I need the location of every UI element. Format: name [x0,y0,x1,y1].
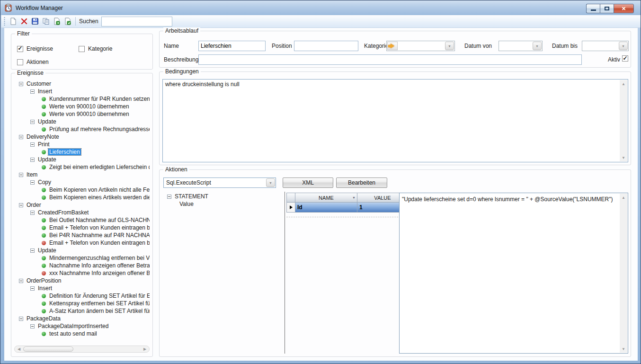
datum-bis-combo[interactable]: ▼ [582,41,629,51]
grid-header-name[interactable]: NAME ▼ [295,193,357,203]
action-type-dropdown-icon[interactable]: ▼ [266,178,275,187]
collapse-icon[interactable] [30,249,35,253]
collapse-icon[interactable] [30,324,35,328]
name-input[interactable] [198,41,266,51]
datum-von-combo[interactable]: ▼ [499,41,543,51]
tree-item-label[interactable]: Kundennummer für P4R Kunden setzen [48,96,150,102]
tree-item-label[interactable]: PackageDataImportInserted [37,323,109,329]
maximize-button[interactable] [600,4,614,13]
delete-button[interactable] [18,16,29,27]
tree-item[interactable]: Prüfung auf mehrere Rechnungsadressen [14,125,150,133]
tree-item[interactable]: OrderPosition [14,277,150,284]
tree-item[interactable]: Nachnahme Info anzeigen offener Betrag a… [14,262,150,269]
tree-item-label[interactable]: Bei P4R Nachnahme auf P4R NACHNAHME u [48,232,150,239]
tree-item-label[interactable]: Update [37,247,57,254]
scroll-up-icon[interactable]: ▲ [620,80,627,88]
tree-item-label[interactable]: Update [37,118,57,125]
tree-item[interactable]: Kettenspray entfernen bei SET Artikel fü… [14,300,150,307]
copy-button[interactable] [40,16,51,27]
tree-item-label[interactable]: xxx Nachnahme Info anzeigen offener Betr… [48,270,150,276]
collapse-icon[interactable] [167,195,171,199]
checkbox[interactable] [17,59,23,65]
tree-item-label[interactable]: Print [37,141,51,148]
tree-item[interactable]: Print [14,141,150,148]
export-button[interactable] [51,16,62,27]
tree-item[interactable]: PackageDataImportInserted [14,322,150,330]
tree-item-label[interactable]: Lieferschien [48,149,81,155]
scroll-down-icon[interactable]: ▼ [620,154,627,161]
tree-item-label[interactable]: Kettenspray entfernen bei SET Artikel fü… [48,300,150,307]
datum-von-dropdown-icon[interactable]: ▼ [533,42,542,50]
tree-item[interactable]: DeliveryNote [14,133,150,141]
tree-item-label[interactable]: Order [26,202,42,208]
tree-item[interactable]: Update [14,156,150,163]
tree-item[interactable]: Mindermengenzuschlag entfernen bei Versa [14,254,150,262]
tree-item[interactable]: Zeigt bei einem erledigten Lieferschein … [14,163,150,171]
tree-item-label[interactable]: Beim Kopieren von Artikeln nicht alle Fe… [48,186,150,193]
close-button[interactable]: ✕ [614,4,634,13]
kategorie-combo[interactable]: ▼ [386,41,455,51]
kategorie-arrow-button[interactable] [387,42,398,50]
tree-item[interactable]: Customer [14,80,150,88]
scroll-down-icon[interactable]: ▼ [620,345,627,353]
scroll-left-icon[interactable]: ◀ [16,346,22,352]
import-button[interactable] [62,16,73,27]
tree-item-label[interactable]: CreatedFromBasket [37,209,89,216]
tree-item[interactable]: Email + Telefon von Kunden eintragen bei… [14,239,150,247]
beschreibung-input[interactable] [198,54,582,65]
filter-option-aktionen[interactable]: Aktionen [17,59,49,65]
tree-item[interactable]: Beim Kopieren von Artikeln nicht alle Fe… [14,186,150,194]
tree-item-label[interactable]: DeliveryNote [26,133,60,140]
tree-item[interactable]: A-Satz Karton ändern bei SET Artikel für… [14,307,150,315]
collapse-icon[interactable] [30,120,35,124]
position-input[interactable] [294,41,358,51]
tree-item[interactable]: test auto send mail [14,330,150,337]
kategorie-dropdown-icon[interactable]: ▼ [445,42,454,50]
tree-item[interactable]: Copy [14,178,150,186]
tree-item[interactable]: PackageData [14,315,150,322]
collapse-icon[interactable] [19,135,23,139]
tree-item[interactable]: Werte von 900010 übernehmen [14,110,150,118]
tree-item[interactable]: Kundennummer für P4R Kunden setzen [14,95,150,103]
title-bar[interactable]: Workflow Manager ✕ [0,0,641,15]
tree-item-label[interactable]: Copy [37,179,52,186]
tree-item-label[interactable]: Customer [26,80,52,87]
tree-item[interactable]: Item [14,171,150,178]
collapse-icon[interactable] [19,279,23,283]
column-dropdown-icon[interactable]: ▼ [352,196,356,199]
conditions-textarea[interactable]: where druckeinstellung is null ▲ ▼ [162,79,628,162]
datum-bis-dropdown-icon[interactable]: ▼ [619,42,628,50]
aktiv-checkbox[interactable] [622,55,628,62]
tree-item[interactable]: Order [14,201,150,209]
tree-item[interactable]: Bei P4R Nachnahme auf P4R NACHNAHME u [14,231,150,239]
tree-item[interactable]: xxx Nachnahme Info anzeigen offener Betr… [14,269,150,277]
tree-item[interactable]: CreatedFromBasket [14,209,150,216]
action-type-combo[interactable]: Sql.ExecuteScript ▼ [163,178,276,188]
tree-item-label[interactable]: A-Satz Karton ändern bei SET Artikel für… [48,308,150,314]
collapse-icon[interactable] [30,180,35,185]
grid-row[interactable]: Id1 [286,203,409,213]
tree-item-label[interactable]: Werte von 900010 übernehmen [48,103,130,110]
tree-item[interactable]: Lieferschien [14,148,150,156]
scroll-right-icon[interactable]: ▶ [142,346,148,352]
conditions-vscrollbar[interactable]: ▲ ▼ [620,80,627,161]
tree-item[interactable]: Email + Telefon von Kunden eintragen bei… [14,224,150,231]
tree-item-label[interactable]: STATEMENT [174,193,209,200]
toolbar-grip[interactable] [3,17,6,26]
tree-item[interactable]: Werte von 900010 übernehmen [14,103,150,110]
collapse-icon[interactable] [30,286,35,291]
tree-item[interactable]: Value [162,200,281,208]
script-vscrollbar[interactable]: ▲ ▼ [620,194,627,353]
tree-item-label[interactable]: test auto send mail [48,330,98,337]
script-textarea[interactable]: "Update lieferscheine set d=0 where lsnu… [399,193,628,354]
new-button[interactable] [8,16,18,27]
collapse-icon[interactable] [30,211,35,215]
hscroll-thumb[interactable] [23,346,73,352]
tree-item-label[interactable]: PackageData [26,315,62,322]
xml-button[interactable]: XML [283,178,333,188]
tree-item-label[interactable]: OrderPosition [26,277,62,284]
filter-option-kategorie[interactable]: Kategorie [79,45,112,52]
tree-item-label[interactable]: Mindermengenzuschlag entfernen bei Versa [48,255,150,261]
save-button[interactable] [29,16,40,27]
tree-item-label[interactable]: Item [26,171,38,178]
